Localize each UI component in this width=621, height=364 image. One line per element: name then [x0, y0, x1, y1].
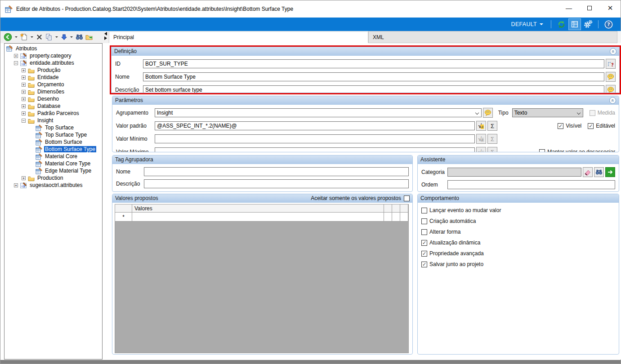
settings-button[interactable] — [582, 19, 594, 30]
help-button[interactable]: ? — [603, 19, 614, 30]
tree-item-top-surface-type[interactable]: Top Surface Type — [4, 131, 102, 138]
main-panel: Principal XML Definição « ID — [109, 31, 621, 360]
agrupamento-combobox[interactable]: Insight — [155, 108, 482, 117]
clear-categoria-button[interactable] — [583, 167, 593, 177]
new-item-button[interactable] — [20, 32, 28, 42]
find-categoria-button[interactable] — [594, 167, 604, 177]
accept-only-checkbox[interactable] — [404, 195, 410, 201]
move-down-dropdown-caret[interactable] — [70, 36, 73, 38]
tree-item-material-core[interactable]: Material Core — [4, 153, 102, 160]
expand-node-icon[interactable]: + — [22, 176, 26, 180]
default-dropdown[interactable]: DEFAULT — [507, 18, 548, 31]
valor-minimo-formula-button[interactable]: √a — [476, 134, 486, 144]
tree-item-or-amento[interactable]: +Orçamento — [4, 81, 102, 88]
expand-node-icon[interactable]: + — [22, 111, 26, 115]
medida-checkbox[interactable] — [590, 110, 595, 116]
ordem-input[interactable] — [447, 180, 615, 189]
tree-item-bottom-surface[interactable]: Bottom Surface — [4, 138, 102, 146]
section-tag-agrupadora: Tag Agrupadora Nome Descrição — [112, 155, 413, 192]
collapse-left-icon[interactable] — [104, 32, 107, 36]
minimize-button[interactable]: — — [558, 0, 579, 16]
lan-ar-evento-ao-mudar-valor-checkbox[interactable] — [421, 208, 427, 213]
collapse-right-icon[interactable] — [104, 36, 107, 40]
edit-id-button[interactable]: ? — [606, 59, 616, 69]
maximize-button[interactable] — [579, 0, 600, 16]
tree-item-edge-material-type[interactable]: Edge Material Type — [4, 167, 102, 174]
valor-padrao-sum-button[interactable]: Σ — [487, 121, 497, 131]
tree-item-database[interactable]: +Database — [4, 102, 102, 110]
editavel-checkbox[interactable] — [588, 123, 594, 129]
back-dropdown-caret[interactable] — [15, 36, 18, 38]
delete-button[interactable] — [36, 32, 43, 42]
atualiza-o-din-mica-checkbox[interactable] — [421, 240, 427, 246]
tree-item-entidade[interactable]: +Entidade — [4, 74, 102, 81]
tree-item-padr-o-parceiros[interactable]: +Padrão Parceiros — [4, 110, 102, 117]
expand-node-icon[interactable]: + — [14, 183, 18, 187]
form-view-button[interactable] — [569, 19, 581, 30]
close-button[interactable]: ✕ — [600, 0, 621, 16]
new-dropdown-caret[interactable] — [31, 36, 33, 38]
valor-padrao-formula-button[interactable]: √a — [476, 121, 486, 131]
tree-item-production[interactable]: +Production — [4, 174, 102, 182]
new-value-cell[interactable] — [132, 213, 384, 222]
manter-valor-checkbox[interactable] — [539, 149, 545, 153]
expand-node-icon[interactable]: + — [22, 104, 26, 108]
expand-node-icon[interactable]: + — [22, 90, 26, 94]
find-button[interactable] — [75, 32, 84, 42]
valor-padrao-input[interactable] — [155, 121, 475, 130]
cria-o-autom-tica-checkbox[interactable] — [421, 218, 427, 224]
refresh-icon — [557, 20, 566, 29]
tree-toolbar — [0, 31, 109, 43]
valor-maximo-input[interactable] — [155, 147, 475, 152]
valor-maximo-formula-button[interactable]: √a — [476, 147, 486, 152]
expand-node-icon[interactable]: + — [22, 68, 26, 72]
attr-icon — [36, 132, 42, 138]
back-button[interactable] — [3, 32, 13, 42]
tree-item-produ-o[interactable]: +Produção — [4, 67, 102, 74]
tree-item-sugestaoctrl-attributes[interactable]: +‹asugestaoctrl.attributes — [4, 182, 102, 189]
tag-descricao-input[interactable] — [144, 179, 409, 188]
expand-node-icon[interactable]: + — [22, 75, 26, 80]
export-folder-button[interactable] — [85, 32, 94, 42]
translate-descricao-button[interactable] — [606, 85, 616, 93]
go-categoria-button[interactable] — [605, 167, 615, 177]
expand-node-icon[interactable]: + — [22, 83, 26, 87]
valor-minimo-input[interactable] — [155, 134, 475, 143]
copy-dropdown-caret[interactable] — [55, 36, 58, 38]
expand-node-icon[interactable]: + — [22, 97, 26, 101]
collapse-parametros-button[interactable]: « — [609, 97, 616, 104]
move-down-button[interactable] — [60, 32, 68, 42]
collapse-node-icon[interactable]: − — [14, 61, 18, 65]
tab-principal[interactable]: Principal — [109, 31, 368, 43]
eraser-icon — [584, 169, 591, 176]
tree-item-property-category[interactable]: +‹aproperty.category — [4, 52, 102, 59]
alterar-forma-checkbox[interactable] — [421, 229, 427, 235]
collapse-node-icon[interactable]: − — [22, 119, 26, 123]
descricao-input[interactable] — [143, 85, 604, 93]
tag-nome-input[interactable] — [144, 167, 409, 176]
visivel-checkbox[interactable] — [558, 123, 563, 129]
tree-item-desenho[interactable]: +Desenho — [4, 95, 102, 102]
section-comportamento-header: Comportamento — [418, 194, 619, 203]
tree-item-atributos[interactable]: Atributos — [4, 45, 102, 52]
tree-item-top-surface[interactable]: Top Surface — [4, 124, 102, 131]
collapse-definicao-button[interactable]: « — [610, 48, 617, 55]
salvar-junto-ao-projeto-checkbox[interactable] — [421, 262, 427, 267]
refresh-button[interactable] — [555, 19, 567, 30]
tree-item-entidade-attributes[interactable]: −‹aentidade.attributes — [4, 59, 102, 67]
tree-item-insight[interactable]: −Insight — [4, 117, 102, 124]
nome-input[interactable] — [143, 72, 604, 81]
id-input[interactable] — [143, 59, 604, 68]
behavior-row-alterar-forma: Alterar forma — [421, 229, 619, 235]
translate-agrupamento-button[interactable] — [483, 108, 493, 118]
tree-item-bottom-surface-type[interactable]: Bottom Surface Type — [4, 146, 102, 153]
tab-xml[interactable]: XML — [368, 31, 617, 43]
tree-item-material-core-type[interactable]: Material Core Type — [4, 160, 102, 167]
copy-button[interactable] — [45, 32, 53, 42]
translate-nome-button[interactable] — [606, 72, 616, 82]
expand-node-icon[interactable]: + — [14, 54, 18, 58]
propriedade-avan-ada-checkbox[interactable] — [421, 251, 427, 257]
tipo-combobox[interactable]: Texto — [512, 108, 583, 117]
alterar-forma-label: Alterar forma — [429, 229, 460, 235]
tree-item-dimens-es[interactable]: +Dimensões — [4, 88, 102, 95]
